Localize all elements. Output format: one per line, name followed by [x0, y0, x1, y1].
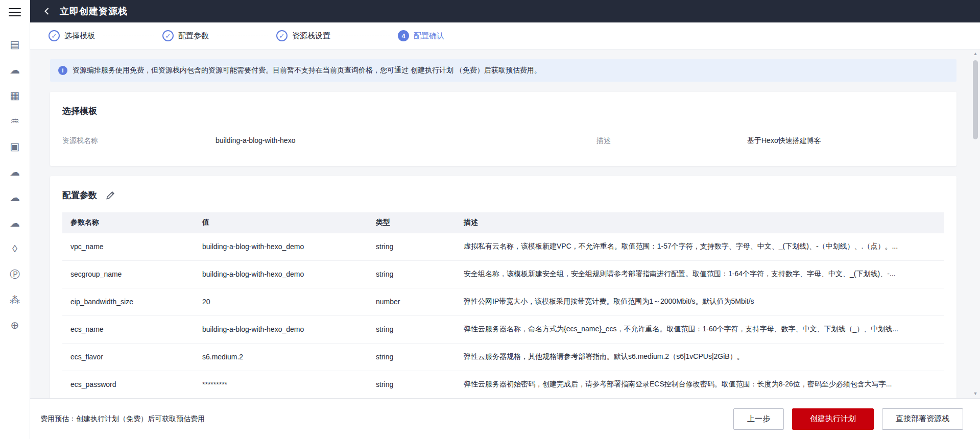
main-content: i 资源编排服务使用免费，但资源栈内包含的资源可能需要付费。目前暂不支持在当前页… — [31, 50, 980, 398]
nav-cloud-storage-icon[interactable]: ☁ — [0, 210, 30, 236]
param-value-cell: building-a-blog-with-hexo_demo — [194, 233, 368, 260]
nav-layers-icon[interactable]: ▦ — [0, 83, 30, 108]
column-header-type: 类型 — [368, 212, 456, 233]
action-footer: 费用预估：创建执行计划（免费）后可获取预估费用 上一步 创建执行计划 直接部署资… — [30, 398, 980, 439]
template-section: 选择模板 资源栈名称 building-a-blog-with-hexo 描述 … — [50, 92, 957, 166]
step-2[interactable]: ✓配置参数 — [162, 30, 209, 41]
step-3[interactable]: ✓资源栈设置 — [276, 30, 330, 41]
param-value-cell: building-a-blog-with-hexo_demo — [194, 260, 368, 288]
param-name-cell: ecs_flavor — [62, 343, 194, 371]
step-label: 选择模板 — [64, 31, 95, 41]
param-value-cell: building-a-blog-with-hexo_demo — [194, 315, 368, 343]
param-type-cell: string — [368, 315, 456, 343]
nav-server-icon[interactable]: ▣ — [0, 134, 30, 159]
parameters-section-title: 配置参数 — [62, 189, 97, 201]
scrollbar[interactable]: ▲ ▼ — [972, 51, 978, 396]
param-type-cell: number — [368, 288, 456, 315]
info-banner: i 资源编排服务使用免费，但资源栈内包含的资源可能需要付费。目前暂不支持在当前页… — [50, 59, 957, 82]
step-4[interactable]: 4配置确认 — [398, 30, 444, 41]
nav-cloud-outline-icon[interactable]: ☁ — [0, 159, 30, 185]
deploy-stack-directly-button[interactable]: 直接部署资源栈 — [882, 408, 963, 430]
nav-cloud-compute-icon[interactable]: ☁ — [0, 185, 30, 210]
step-1[interactable]: ✓选择模板 — [49, 30, 95, 41]
parameters-table-body: vpc_namebuilding-a-blog-with-hexo_demost… — [62, 233, 944, 398]
param-name-cell: secgroup_name — [62, 260, 194, 288]
sidebar: ▤☁▦♒▣☁☁☁◊Ⓟ⁂⊕ — [0, 0, 30, 439]
param-type-cell: string — [368, 343, 456, 371]
parameters-table: 参数名称 值 类型 描述 vpc_namebuilding-a-blog-wit… — [62, 212, 944, 398]
step-connector — [339, 36, 390, 36]
param-value-cell: s6.medium.2 — [194, 343, 368, 371]
param-type-cell: string — [368, 233, 456, 260]
param-name-cell: ecs_name — [62, 315, 194, 343]
param-description-cell: 弹性云服务器规格，其他规格请参考部署指南。默认s6.medium.2（s6|1v… — [456, 343, 944, 371]
scroll-down-icon[interactable]: ▼ — [972, 391, 978, 396]
param-name-cell: eip_bandwidth_size — [62, 288, 194, 315]
step-check-icon: ✓ — [162, 30, 174, 41]
table-header-row: 参数名称 值 类型 描述 — [62, 212, 944, 233]
previous-step-button[interactable]: 上一步 — [733, 408, 784, 430]
step-connector — [217, 36, 268, 36]
nav-globe-icon[interactable]: ⊕ — [0, 312, 30, 338]
step-number-badge: 4 — [398, 30, 409, 41]
nav-drop-icon[interactable]: ◊ — [0, 236, 30, 261]
step-check-icon: ✓ — [49, 30, 60, 41]
template-fields: 资源栈名称 building-a-blog-with-hexo 描述 基于Hex… — [62, 136, 944, 145]
param-value-cell: ********* — [194, 371, 368, 398]
info-icon: i — [58, 66, 67, 75]
param-description-cell: 安全组名称，该模板新建安全组，安全组规则请参考部署指南进行配置。取值范围：1-6… — [456, 260, 944, 288]
page-header: 立即创建资源栈 — [30, 0, 980, 22]
nav-cluster-icon[interactable]: ⁂ — [0, 287, 30, 312]
param-name-cell: vpc_name — [62, 233, 194, 260]
column-header-param-name: 参数名称 — [62, 212, 194, 233]
param-name-cell: ecs_password — [62, 371, 194, 398]
param-description-cell: 虚拟私有云名称，该模板新建VPC，不允许重名。取值范围：1-57个字符，支持数字… — [456, 233, 944, 260]
param-type-cell: string — [368, 371, 456, 398]
stepper: ✓选择模板✓配置参数✓资源栈设置4配置确认 — [30, 22, 980, 50]
edit-pencil-icon[interactable] — [105, 190, 115, 201]
sidebar-nav: ▤☁▦♒▣☁☁☁◊Ⓟ⁂⊕ — [0, 32, 30, 338]
stack-name-value: building-a-blog-with-hexo — [216, 136, 596, 144]
param-value-cell: 20 — [194, 288, 368, 315]
param-description-cell: 弹性云服务器初始密码，创建完成后，请参考部署指南登录ECS控制台修改密码。取值范… — [456, 371, 944, 398]
parameter-row: eip_bandwidth_size20number弹性公网IP带宽大小，该模板… — [62, 288, 944, 315]
scrollbar-thumb[interactable] — [973, 60, 978, 139]
param-description-cell: 弹性公网IP带宽大小，该模板采用按带宽计费。取值范围为1～2000Mbit/s。… — [456, 288, 944, 315]
description-label: 描述 — [596, 136, 747, 145]
parameter-row: ecs_namebuilding-a-blog-with-hexo_demost… — [62, 315, 944, 343]
step-label: 配置确认 — [414, 31, 444, 41]
column-header-value: 值 — [194, 212, 368, 233]
nav-stack-icon[interactable]: ▤ — [0, 32, 30, 57]
column-header-description: 描述 — [456, 212, 944, 233]
param-description-cell: 弹性云服务器名称，命名方式为{ecs_name}_ecs，不允许重名。取值范围：… — [456, 315, 944, 343]
footer-buttons: 上一步 创建执行计划 直接部署资源栈 — [733, 408, 963, 430]
scroll-up-icon[interactable]: ▲ — [972, 51, 978, 56]
description-value: 基于Hexo快速搭建博客 — [747, 136, 821, 145]
menu-icon[interactable] — [9, 8, 21, 16]
step-label: 配置参数 — [178, 31, 209, 41]
parameter-row: ecs_password*********string弹性云服务器初始密码，创建… — [62, 371, 944, 398]
nav-cloud-icon[interactable]: ☁ — [0, 57, 30, 83]
parameter-row: ecs_flavors6.medium.2string弹性云服务器规格，其他规格… — [62, 343, 944, 371]
step-label: 资源栈设置 — [292, 31, 330, 41]
cost-estimate-text: 费用预估：创建执行计划（免费）后可获取预估费用 — [40, 414, 205, 424]
parameter-row: secgroup_namebuilding-a-blog-with-hexo_d… — [62, 260, 944, 288]
step-connector — [103, 36, 154, 36]
stack-name-label: 资源栈名称 — [62, 136, 216, 145]
param-type-cell: string — [368, 260, 456, 288]
page: { "header": { "title": "立即创建资源栈" }, "ste… — [0, 0, 980, 439]
back-icon[interactable] — [39, 4, 55, 19]
parameter-row: vpc_namebuilding-a-blog-with-hexo_demost… — [62, 233, 944, 260]
template-section-title: 选择模板 — [62, 105, 944, 117]
nav-ip-icon[interactable]: Ⓟ — [0, 261, 30, 287]
create-execution-plan-button[interactable]: 创建执行计划 — [792, 408, 874, 430]
page-title: 立即创建资源栈 — [60, 5, 128, 17]
parameters-section: 配置参数 参数名称 值 类型 描述 vpc_namebuilding-a-blo… — [50, 176, 957, 398]
step-check-icon: ✓ — [276, 30, 288, 41]
nav-wave-icon[interactable]: ♒ — [0, 108, 30, 134]
info-banner-text: 资源编排服务使用免费，但资源栈内包含的资源可能需要付费。目前暂不支持在当前页查询… — [73, 66, 541, 75]
